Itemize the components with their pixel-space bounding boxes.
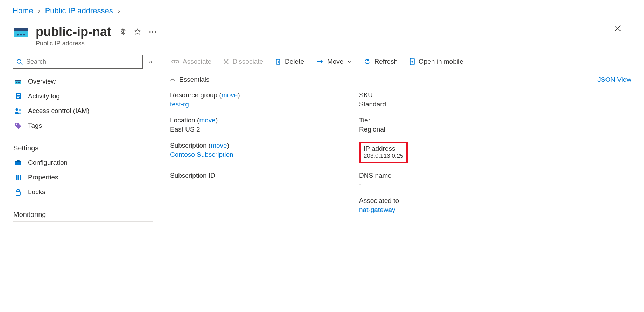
essentials-toggle[interactable]: Essentials — [170, 76, 210, 84]
dissociate-button[interactable]: Dissociate — [223, 58, 263, 65]
subscription-link[interactable]: Contoso Subscription — [170, 151, 233, 158]
svg-point-3 — [20, 34, 22, 36]
sidebar-item-properties[interactable]: Properties — [13, 170, 153, 185]
link-icon — [172, 58, 179, 65]
svg-point-11 — [19, 82, 20, 83]
svg-rect-20 — [15, 161, 21, 162]
prop-value-tier: Regional — [359, 126, 631, 133]
properties-icon — [14, 174, 22, 181]
prop-label-resource-group: Resource group (move) — [170, 91, 345, 99]
essentials-grid: Resource group (move) test-rg SKU Standa… — [170, 88, 631, 217]
close-button[interactable] — [614, 24, 631, 32]
prop-value-location: East US 2 — [170, 126, 345, 133]
move-link[interactable]: move — [211, 142, 227, 149]
sidebar-item-access-control[interactable]: Access control (IAM) — [13, 104, 153, 118]
sidebar-item-tags[interactable]: Tags — [13, 118, 153, 133]
ip-address-highlight: IP address 203.0.113.0.25 — [359, 142, 408, 163]
search-icon — [16, 59, 23, 65]
chevron-right-icon: › — [38, 7, 40, 15]
star-icon[interactable] — [134, 28, 141, 36]
prop-label-subscription: Subscription (move) — [170, 142, 345, 149]
prop-value-dns: - — [359, 181, 631, 189]
svg-point-9 — [16, 82, 18, 83]
mobile-icon — [410, 58, 415, 65]
move-link[interactable]: move — [199, 116, 215, 124]
sidebar-item-label: Access control (IAM) — [28, 107, 89, 115]
prop-label-tier: Tier — [359, 116, 631, 124]
prop-label-sku: SKU — [359, 91, 631, 99]
arrow-right-icon — [316, 59, 324, 64]
prop-label-dns: DNS name — [359, 172, 631, 179]
prop-label-subscription-id: Subscription ID — [170, 172, 345, 179]
svg-rect-14 — [17, 96, 20, 97]
sidebar: « Overview Activity log Access control (… — [13, 55, 153, 222]
more-icon[interactable]: ··· — [149, 28, 157, 36]
sidebar-item-overview[interactable]: Overview — [13, 74, 153, 89]
svg-point-5 — [17, 59, 21, 63]
move-link[interactable]: move — [222, 91, 238, 99]
sidebar-item-label: Activity log — [28, 92, 60, 100]
breadcrumb-parent[interactable]: Public IP addresses — [45, 6, 113, 15]
page-subtitle: Public IP address — [36, 40, 157, 47]
toolbar-label: Delete — [285, 58, 304, 65]
breadcrumb: Home › Public IP addresses › — [0, 0, 644, 18]
move-button[interactable]: Move — [316, 58, 352, 65]
associate-button[interactable]: Associate — [172, 58, 211, 65]
sidebar-item-configuration[interactable]: Configuration — [13, 155, 153, 170]
prop-value-ip: 203.0.113.0.25 — [364, 153, 403, 159]
sidebar-item-label: Configuration — [28, 159, 68, 166]
toolbar: Associate Dissociate Delete Move — [170, 55, 631, 72]
sidebar-heading-monitoring: Monitoring — [13, 204, 153, 222]
toolbar-label: Refresh — [374, 58, 398, 65]
public-ip-icon — [13, 24, 29, 41]
open-mobile-button[interactable]: Open in mobile — [410, 58, 463, 65]
svg-line-6 — [21, 63, 22, 65]
x-icon — [223, 59, 229, 64]
sidebar-item-label: Locks — [28, 188, 46, 196]
json-view-link[interactable]: JSON View — [597, 76, 631, 84]
svg-rect-22 — [16, 175, 17, 180]
prop-label-associated: Associated to — [359, 197, 631, 205]
access-control-icon — [14, 107, 22, 115]
main-panel: Associate Dissociate Delete Move — [170, 55, 644, 222]
associated-link[interactable]: nat-gateway — [359, 206, 396, 213]
search-input[interactable] — [26, 58, 139, 65]
pin-icon[interactable] — [119, 28, 126, 35]
overview-icon — [14, 78, 22, 85]
sidebar-item-label: Tags — [28, 122, 42, 129]
svg-point-2 — [17, 34, 19, 36]
toolbar-label: Associate — [183, 58, 211, 65]
trash-icon — [275, 58, 281, 65]
sidebar-item-activity-log[interactable]: Activity log — [13, 89, 153, 104]
tags-icon — [14, 122, 22, 129]
breadcrumb-home[interactable]: Home — [13, 6, 33, 15]
toolbar-label: Open in mobile — [419, 58, 463, 65]
sidebar-item-locks[interactable]: Locks — [13, 185, 153, 199]
delete-button[interactable]: Delete — [275, 58, 304, 65]
page-title: public-ip-nat — [36, 24, 111, 39]
locks-icon — [14, 188, 22, 196]
sidebar-item-label: Overview — [28, 78, 56, 85]
resource-group-link[interactable]: test-rg — [170, 100, 189, 108]
collapse-sidebar-icon[interactable]: « — [149, 58, 153, 65]
search-input-wrapper[interactable] — [13, 55, 143, 69]
activity-log-icon — [14, 92, 22, 100]
svg-rect-25 — [16, 192, 20, 195]
page-header: public-ip-nat ··· Public IP address — [0, 18, 644, 47]
svg-point-18 — [16, 124, 17, 125]
svg-rect-23 — [18, 175, 19, 180]
svg-point-17 — [19, 109, 21, 111]
chevron-up-icon — [170, 78, 176, 81]
sidebar-heading-settings: Settings — [13, 138, 153, 155]
svg-point-16 — [16, 108, 18, 111]
svg-rect-15 — [17, 97, 19, 98]
toolbar-label: Dissociate — [232, 58, 263, 65]
refresh-button[interactable]: Refresh — [364, 58, 398, 65]
svg-point-4 — [23, 34, 25, 36]
toolbar-label: Move — [327, 58, 343, 65]
svg-rect-1 — [14, 28, 28, 31]
svg-rect-13 — [17, 94, 20, 95]
svg-point-29 — [411, 61, 413, 63]
prop-label-ip: IP address — [364, 145, 403, 153]
sidebar-item-label: Properties — [28, 173, 58, 181]
